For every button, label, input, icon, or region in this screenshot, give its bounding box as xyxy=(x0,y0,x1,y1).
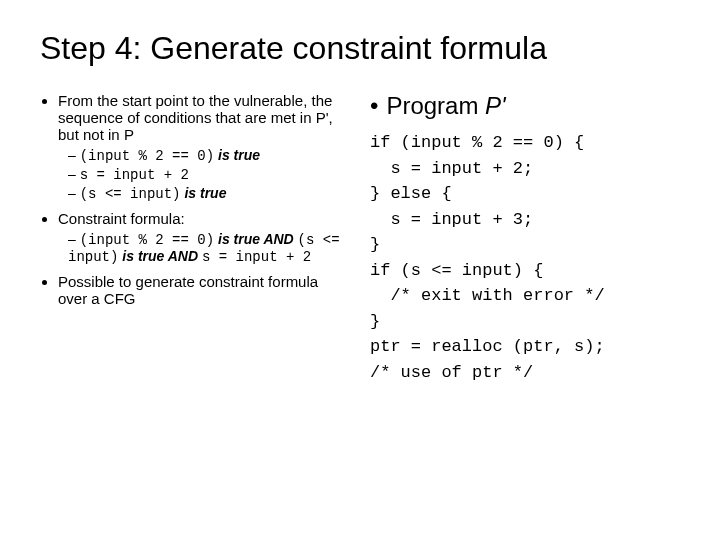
code-block: if (input % 2 == 0) { s = input + 2; } e… xyxy=(370,130,680,385)
sub-item: s = input + 2 xyxy=(68,166,350,183)
italic-span: is true AND xyxy=(118,248,202,264)
sub-item: (input % 2 == 0) is true xyxy=(68,147,350,164)
sub-list: (input % 2 == 0) is true s = input + 2 (… xyxy=(58,147,350,202)
slide-title: Step 4: Generate constraint formula xyxy=(40,30,680,67)
code-span: (input % 2 == 0) xyxy=(80,232,214,248)
bullet-text: From the start point to the vulnerable, … xyxy=(58,92,333,143)
heading-prefix: Program xyxy=(386,92,485,119)
bullet-text: Constraint formula: xyxy=(58,210,185,227)
bullet-item: From the start point to the vulnerable, … xyxy=(58,92,350,202)
code-span: s = input + 2 xyxy=(202,249,311,265)
italic-span: is true AND xyxy=(214,231,298,247)
left-column: From the start point to the vulnerable, … xyxy=(40,92,350,385)
code-span: (s <= input) xyxy=(80,186,181,202)
bullet-item: Possible to generate constraint formula … xyxy=(58,273,350,307)
sub-list: (input % 2 == 0) is true AND (s <= input… xyxy=(58,231,350,265)
right-heading: •Program P' xyxy=(370,92,680,120)
bullet-dot: • xyxy=(370,92,378,119)
program-name: P' xyxy=(485,92,506,119)
slide: Step 4: Generate constraint formula From… xyxy=(0,0,720,540)
right-column: •Program P' if (input % 2 == 0) { s = in… xyxy=(370,92,680,385)
italic-span: is true xyxy=(214,147,260,163)
bullet-item: Constraint formula: (input % 2 == 0) is … xyxy=(58,210,350,265)
code-span: (input % 2 == 0) xyxy=(80,148,214,164)
italic-span: is true xyxy=(181,185,227,201)
bullet-text: Possible to generate constraint formula … xyxy=(58,273,318,307)
code-span: s = input + 2 xyxy=(80,167,189,183)
sub-item: (input % 2 == 0) is true AND (s <= input… xyxy=(68,231,350,265)
bullet-list: From the start point to the vulnerable, … xyxy=(40,92,350,307)
sub-item: (s <= input) is true xyxy=(68,185,350,202)
columns: From the start point to the vulnerable, … xyxy=(40,92,680,385)
